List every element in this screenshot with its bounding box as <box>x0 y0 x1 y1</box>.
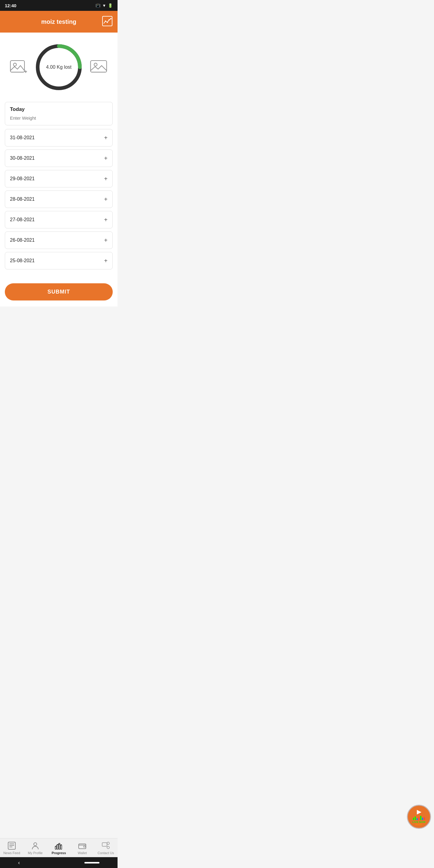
svg-rect-0 <box>102 16 112 26</box>
vibrate-icon: 📳 <box>96 3 100 8</box>
date-text: 30-08-2021 <box>10 156 35 161</box>
svg-point-3 <box>108 19 110 21</box>
date-row[interactable]: 28-08-2021 + <box>5 190 113 208</box>
today-label: Today <box>10 106 107 113</box>
wifi-icon: ▼ <box>102 3 106 8</box>
add-icon[interactable]: + <box>104 135 107 141</box>
header: moiz testing <box>0 11 118 33</box>
date-row[interactable]: 27-08-2021 + <box>5 211 113 228</box>
add-icon[interactable]: + <box>104 196 107 202</box>
today-section: Today <box>5 102 113 125</box>
date-row[interactable]: 26-08-2021 + <box>5 231 113 249</box>
submit-section: SUBMIT <box>0 278 118 307</box>
date-row[interactable]: 25-08-2021 + <box>5 252 113 270</box>
add-icon[interactable]: + <box>104 258 107 264</box>
add-icon[interactable]: + <box>104 237 107 243</box>
add-icon[interactable]: + <box>104 217 107 223</box>
weight-input[interactable] <box>10 116 107 121</box>
date-text: 29-08-2021 <box>10 176 35 181</box>
date-text: 28-08-2021 <box>10 196 35 202</box>
add-icon[interactable]: + <box>104 176 107 182</box>
svg-point-2 <box>107 22 108 23</box>
date-text: 31-08-2021 <box>10 135 35 141</box>
header-title: moiz testing <box>41 19 76 25</box>
status-time: 12:40 <box>5 3 16 8</box>
svg-rect-5 <box>10 61 25 72</box>
date-row[interactable]: 29-08-2021 + <box>5 170 113 187</box>
status-icons: 📳 ▼ 🔋 <box>96 3 113 8</box>
view-after-photo-button[interactable] <box>90 59 108 75</box>
progress-label: 4.00 Kg lost <box>46 64 72 70</box>
svg-point-4 <box>110 18 112 19</box>
status-bar: 12:40 📳 ▼ 🔋 <box>0 0 118 11</box>
main-content: 4.00 Kg lost Today 31-08-2021 + 30-08-20… <box>0 33 118 278</box>
add-icon[interactable]: + <box>104 155 107 161</box>
svg-rect-11 <box>91 61 107 72</box>
date-text: 26-08-2021 <box>10 238 35 243</box>
svg-point-1 <box>105 21 106 22</box>
submit-button[interactable]: SUBMIT <box>5 283 113 301</box>
svg-point-6 <box>13 63 17 66</box>
progress-section: 4.00 Kg lost <box>5 38 113 96</box>
date-text: 25-08-2021 <box>10 258 35 264</box>
date-row[interactable]: 31-08-2021 + <box>5 129 113 147</box>
progress-ring: 4.00 Kg lost <box>33 41 84 93</box>
chart-icon[interactable] <box>102 16 113 28</box>
add-before-photo-button[interactable] <box>10 59 28 75</box>
battery-icon: 🔋 <box>108 3 113 8</box>
svg-point-12 <box>94 63 97 66</box>
date-row[interactable]: 30-08-2021 + <box>5 150 113 167</box>
date-list: 31-08-2021 + 30-08-2021 + 29-08-2021 + 2… <box>5 129 113 270</box>
date-text: 27-08-2021 <box>10 217 35 222</box>
